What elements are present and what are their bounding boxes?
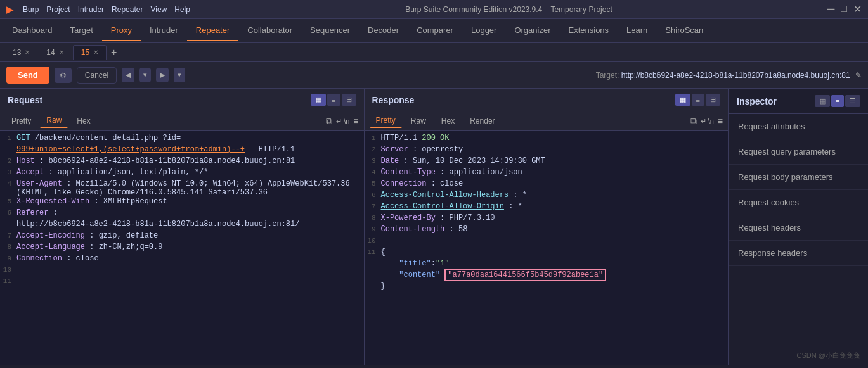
request-code-area[interactable]: 1 GET /backend/content_detail.php ?id= 9… <box>0 131 364 365</box>
resp-line-num-12 <box>367 259 381 270</box>
response-view-grid[interactable]: ⊞ <box>706 94 720 106</box>
tab-decoder[interactable]: Decoder <box>359 20 408 41</box>
request-tab-raw[interactable]: Raw <box>40 114 68 128</box>
response-copy-icon[interactable]: ⧉ <box>690 116 697 127</box>
tab-sequencer[interactable]: Sequencer <box>301 20 359 41</box>
tab-extensions[interactable]: Extensions <box>560 20 618 41</box>
response-view-list[interactable]: ≡ <box>692 94 704 106</box>
inspector-item-response-headers[interactable]: Response headers <box>729 241 868 266</box>
inspector-view-menu[interactable]: ☰ <box>845 95 860 107</box>
request-panel-icons: ⧉ ↵ \n ≡ <box>326 116 358 127</box>
line-num-6b <box>3 220 16 231</box>
resp-line-num-8: 8 <box>367 213 381 225</box>
nav-dropdown-button[interactable]: ▾ <box>139 68 151 82</box>
resp-line-num-11: 11 <box>367 248 381 259</box>
tab-organizer[interactable]: Organizer <box>505 20 559 41</box>
request-view-split[interactable]: ▦ <box>311 94 326 106</box>
response-view-split[interactable]: ▦ <box>675 94 690 106</box>
response-line-5: 5 Connection : close <box>365 179 729 191</box>
line-num-7: 7 <box>3 231 16 243</box>
request-copy-icon[interactable]: ⧉ <box>326 116 332 127</box>
request-line-5: 5 X-Requested-With : XMLHttpRequest <box>0 197 364 208</box>
tab-collaborator[interactable]: Collaborator <box>238 20 301 41</box>
line-num-1: 1 <box>3 134 16 145</box>
req-tab-13[interactable]: 13 ✕ <box>5 46 37 60</box>
nav-tab-bar: Dashboard Target Proxy Intruder Repeater… <box>0 19 868 43</box>
tab-shiroscan[interactable]: ShiroScan <box>656 20 712 41</box>
response-tab-render[interactable]: Render <box>463 115 501 127</box>
request-wrap-icon[interactable]: ↵ \n <box>336 117 349 125</box>
menu-intruder[interactable]: Intruder <box>78 5 104 14</box>
resp-line-num-1: 1 <box>367 134 381 145</box>
add-tab-icon[interactable]: + <box>108 47 120 58</box>
resp-line-num-10: 10 <box>367 236 381 248</box>
tab-proxy[interactable]: Proxy <box>102 20 141 41</box>
response-line-14: } <box>365 282 729 293</box>
inspector-view-list[interactable]: ▦ <box>815 95 830 107</box>
resp-line-num-9: 9 <box>367 225 381 236</box>
send-button[interactable]: Send <box>6 67 49 84</box>
response-tab-raw[interactable]: Raw <box>405 115 432 127</box>
req-tab-15[interactable]: 15 ✕ <box>73 45 107 60</box>
response-tab-hex[interactable]: Hex <box>435 115 461 127</box>
menu-burp[interactable]: Burp <box>23 5 39 14</box>
inspector-item-query-params[interactable]: Request query parameters <box>729 139 868 165</box>
request-panel-tabs: Pretty Raw Hex ⧉ ↵ \n ≡ <box>0 111 364 131</box>
req-tab-14-close[interactable]: ✕ <box>59 49 64 56</box>
request-line-6b: http://b8cb6924-a8e2-4218-b81a-11b8207b1… <box>0 220 364 231</box>
response-line-4: 4 Content-Type : application/json <box>365 168 729 179</box>
nav-back-button[interactable]: ◀ <box>122 68 134 82</box>
tab-comparer[interactable]: Comparer <box>408 20 462 41</box>
response-wrap-icon[interactable]: ↵ \n <box>701 117 714 125</box>
settings-icon[interactable]: ⚙ <box>55 68 72 83</box>
response-line-11: 11 { <box>365 248 729 259</box>
response-line-7: 7 Access-Control-Allow-Origin : * <box>365 202 729 213</box>
line-num-11: 11 <box>3 277 16 288</box>
request-line-9: 9 Connection : close <box>0 254 364 265</box>
request-view-grid[interactable]: ⊞ <box>342 94 356 106</box>
request-panel-header: Request ▦ ≡ ⊞ <box>0 89 364 111</box>
menu-view[interactable]: View <box>150 5 167 14</box>
req-tab-15-close[interactable]: ✕ <box>93 49 98 56</box>
req-tab-13-close[interactable]: ✕ <box>25 49 30 56</box>
minimize-icon[interactable]: ─ <box>827 3 834 15</box>
tab-target[interactable]: Target <box>62 20 102 41</box>
inspector-view-split[interactable]: ≡ <box>831 95 844 107</box>
tab-logger[interactable]: Logger <box>462 20 505 41</box>
resp-line-num-6: 6 <box>367 191 381 202</box>
inspector-item-body-params[interactable]: Request body parameters <box>729 165 868 190</box>
inspector-item-cookies[interactable]: Request cookies <box>729 190 868 215</box>
request-view-list[interactable]: ≡ <box>327 94 340 106</box>
response-code-area[interactable]: 1 HTTP/1.1 200 OK 2 Server : openresty 3… <box>365 131 729 365</box>
response-line-9: 9 Content-Length : 58 <box>365 225 729 236</box>
tab-learn[interactable]: Learn <box>618 20 656 41</box>
tab-repeater[interactable]: Repeater <box>187 20 238 41</box>
response-tab-pretty[interactable]: Pretty <box>370 114 402 128</box>
request-menu-icon[interactable]: ≡ <box>353 116 358 126</box>
edit-target-icon[interactable]: ✎ <box>855 71 862 80</box>
response-line-6: 6 Access-Control-Allow-Headers : * <box>365 191 729 202</box>
inspector-item-request-headers[interactable]: Request headers <box>729 215 868 241</box>
request-tab-pretty[interactable]: Pretty <box>5 115 37 127</box>
close-icon[interactable]: ✕ <box>853 3 862 15</box>
cancel-button[interactable]: Cancel <box>77 67 117 84</box>
tab-intruder[interactable]: Intruder <box>141 20 187 41</box>
request-line-1b: 999+union+select+1,(select+password+from… <box>0 145 364 156</box>
target-url: http://b8cb6924-a8e2-4218-b81a-11b8207b1… <box>621 71 850 80</box>
response-line-2: 2 Server : openresty <box>365 145 729 156</box>
response-menu-icon[interactable]: ≡ <box>718 116 723 126</box>
request-tab-hex[interactable]: Hex <box>70 115 96 127</box>
nav-forward-button[interactable]: ▶ <box>156 68 169 82</box>
app-logo: ▶ <box>6 4 13 15</box>
menu-project[interactable]: Project <box>46 5 70 14</box>
inspector-title: Inspector <box>737 96 777 106</box>
nav-dropdown-fwd-button[interactable]: ▾ <box>174 68 185 82</box>
menu-help[interactable]: Help <box>174 5 190 14</box>
req-tab-14[interactable]: 14 ✕ <box>39 46 71 60</box>
tab-dashboard[interactable]: Dashboard <box>3 20 62 41</box>
inspector-item-request-attributes[interactable]: Request attributes <box>729 114 868 139</box>
menu-repeater[interactable]: Repeater <box>112 5 143 14</box>
app-title: Burp Suite Community Edition v2023.9.4 –… <box>405 5 612 14</box>
line-num-3: 3 <box>3 168 16 179</box>
maximize-icon[interactable]: □ <box>841 3 847 15</box>
